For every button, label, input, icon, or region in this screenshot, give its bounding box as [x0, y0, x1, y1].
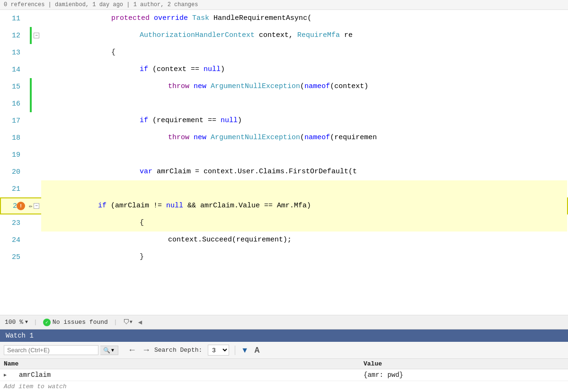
forward-arrow-button[interactable]: →	[140, 344, 152, 356]
zoom-container[interactable]: 100 % ▼	[5, 319, 28, 326]
font-button[interactable]: A	[252, 345, 262, 356]
depth-label: Search Depth:	[154, 347, 202, 354]
check-icon: ✓	[43, 319, 51, 326]
editor-area: 0 references | damienbod, 1 day ago | 1 …	[0, 0, 568, 329]
no-issues-text: No issues found	[53, 319, 108, 326]
line-number-23: 23	[0, 219, 26, 227]
filter-button[interactable]: ▼	[239, 345, 250, 356]
code-line-18: 18 throw new ArgumentNullException(nameo…	[0, 129, 568, 146]
warning-icon-22: !	[17, 202, 25, 210]
gutter-22: ! ✏ −	[27, 202, 41, 210]
code-line-25: 25 }	[0, 249, 568, 266]
watch-title: Watch 1	[6, 332, 34, 339]
status-bar: 100 % ▼ | ✓ No issues found | ⛉ ▼ ◀	[0, 315, 568, 329]
line-number-21: 21	[0, 185, 26, 193]
collapse-box-12[interactable]: −	[34, 33, 39, 38]
line-number-14: 14	[0, 66, 26, 74]
line-number-24: 24	[0, 236, 26, 244]
collapse-box-22[interactable]: −	[34, 203, 39, 209]
gutter-12: −	[26, 33, 40, 38]
status-separator-1: |	[34, 319, 37, 326]
watch-col-value: Value	[364, 360, 564, 367]
watch-row-name-0: ▶ amrClaim	[4, 371, 364, 379]
filter-icon[interactable]: ⛉	[123, 319, 130, 326]
magnifier-icon: 🔍	[103, 347, 110, 354]
line-number-17: 17	[0, 117, 26, 125]
code-content-25: }	[40, 232, 568, 283]
line-number-12: 12	[0, 32, 26, 40]
watch-value-0: {amr: pwd}	[364, 371, 564, 379]
zoom-dropdown-arrow[interactable]: ▼	[25, 320, 28, 325]
line-number-19: 19	[0, 151, 26, 159]
line-number-13: 13	[0, 49, 26, 57]
watch-search-button[interactable]: 🔍 ▼	[100, 346, 118, 355]
watch-item-icon-0	[9, 372, 16, 378]
watch-row-0[interactable]: ▶ amrClaim {amr: pwd}	[0, 369, 568, 381]
add-watch-text: Add item to watch	[4, 383, 67, 390]
scroll-left-arrow[interactable]: ◀	[138, 318, 142, 326]
line-number-16: 16	[0, 100, 26, 108]
code-lines: 11 protected override Task HandleRequire…	[0, 10, 568, 266]
edit-icon-22[interactable]: ✏	[29, 202, 33, 210]
code-line-15: 15 throw new ArgumentNullException(nameo…	[0, 78, 568, 95]
status-separator-2: |	[114, 319, 117, 326]
green-bar-12	[30, 27, 32, 44]
watch-search-input[interactable]	[7, 347, 78, 354]
watch-toolbar: 🔍 ▼ ← → Search Depth: 3 1 2 4 5 ▼ A	[0, 342, 568, 359]
no-issues-container: ✓ No issues found	[43, 319, 108, 326]
green-bar-16	[30, 95, 32, 112]
watch-panel: Watch 1 🔍 ▼ ← → Search Depth: 3 1 2 4 5 …	[0, 329, 568, 392]
watch-name-text-0: amrClaim	[19, 371, 51, 379]
code-line-20: 20 var amrClaim = context.User.Claims.Fi…	[0, 163, 568, 180]
line-number-20: 20	[0, 168, 26, 176]
back-arrow-button[interactable]: ←	[126, 344, 138, 356]
green-bar-15	[30, 78, 32, 95]
line-number-15: 15	[0, 83, 26, 91]
depth-select[interactable]: 3 1 2 4 5	[208, 345, 229, 356]
line-number-11: 11	[0, 15, 26, 23]
watch-col-name: Name	[4, 360, 364, 367]
expand-arrow-0[interactable]: ▶	[4, 372, 7, 378]
watch-panel-header: Watch 1	[0, 330, 568, 342]
scroll-tools[interactable]: ⛉ ▼	[123, 319, 133, 326]
code-container: 11 protected override Task HandleRequire…	[0, 10, 568, 315]
watch-search-container[interactable]	[4, 345, 98, 355]
line-number-18: 18	[0, 134, 26, 142]
zoom-label: 100 %	[5, 319, 23, 326]
watch-columns-header: Name Value	[0, 359, 568, 369]
add-watch-row[interactable]: Add item to watch	[0, 381, 568, 392]
meta-text: 0 references | damienbod, 1 day ago | 1 …	[4, 1, 198, 8]
dropdown-arrow-filter[interactable]: ▼	[130, 320, 133, 325]
meta-bar: 0 references | damienbod, 1 day ago | 1 …	[0, 0, 568, 10]
line-number-25: 25	[0, 253, 26, 261]
toolbar-separator	[235, 346, 235, 355]
search-dropdown-arrow[interactable]: ▼	[110, 347, 115, 353]
